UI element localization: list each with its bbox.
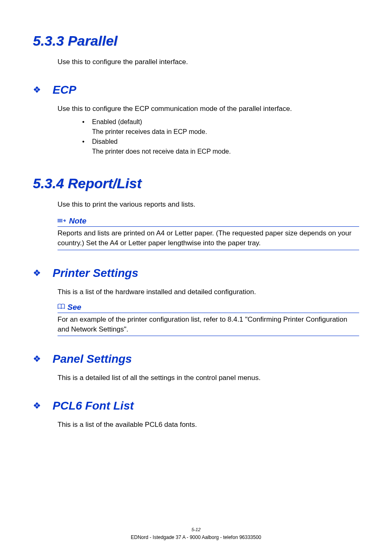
ecp-title: ECP (53, 83, 76, 97)
subsection-ecp: ❖ ECP (33, 83, 359, 97)
note-icon (58, 217, 66, 225)
ecp-description: Use this to configure the ECP communicat… (58, 104, 359, 114)
subsection-panel-settings: ❖ Panel Settings (33, 352, 359, 366)
panel-settings-desc: This is a detailed list of all the setti… (58, 373, 359, 383)
list-item: Disabled (82, 137, 359, 147)
subsection-printer-settings: ❖ Printer Settings (33, 267, 359, 280)
list-item: The printer does not receive data in ECP… (82, 147, 359, 157)
diamond-icon: ❖ (33, 85, 41, 95)
printer-settings-title: Printer Settings (53, 267, 138, 280)
pcl6-font-list-desc: This is a list of the available PCL6 dat… (58, 420, 359, 430)
page-footer: 5-12 EDNord - Istedgade 37 A - 9000 Aalb… (0, 527, 392, 540)
diamond-icon: ❖ (33, 401, 41, 411)
report-list-intro: Use this to print the various reports an… (58, 200, 359, 210)
pcl6-font-list-title: PCL6 Font List (53, 399, 134, 412)
diamond-icon: ❖ (33, 354, 41, 364)
book-icon (58, 304, 65, 311)
see-text: For an example of the printer configurat… (58, 313, 359, 336)
section-heading-parallel: 5.3.3 Parallel (33, 33, 359, 49)
see-heading: See (58, 303, 359, 313)
note-heading: Note (58, 216, 359, 227)
parallel-intro-text: Use this to configure the parallel inter… (58, 57, 359, 67)
ecp-options-list: Enabled (default) The printer receives d… (82, 117, 359, 157)
see-label: See (67, 303, 81, 312)
note-label: Note (69, 216, 86, 226)
printer-settings-desc: This is a list of the hardware installed… (58, 287, 359, 297)
section-heading-report-list: 5.3.4 Report/List (33, 175, 359, 191)
panel-settings-title: Panel Settings (53, 352, 132, 366)
list-item: The printer receives data in ECP mode. (82, 127, 359, 137)
list-item: Enabled (default) (82, 117, 359, 127)
footer-address: EDNord - Istedgade 37 A - 9000 Aalborg -… (0, 534, 392, 540)
diamond-icon: ❖ (33, 268, 41, 279)
note-text: Reports and lists are printed on A4 or L… (58, 227, 359, 250)
page-number: 5-12 (0, 527, 392, 532)
subsection-pcl6-font-list: ❖ PCL6 Font List (33, 399, 359, 412)
